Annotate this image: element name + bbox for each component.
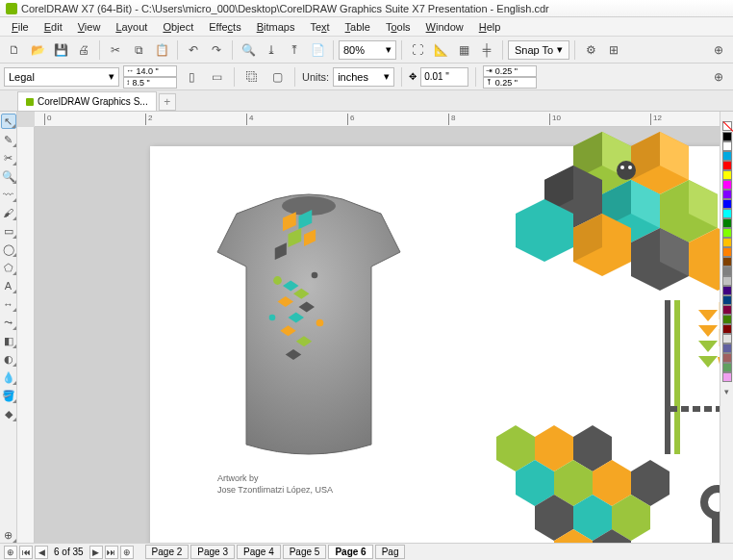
show-rulers-button[interactable]: 📐	[430, 39, 451, 61]
color-swatch[interactable]	[722, 276, 732, 286]
import-button[interactable]: ⤓	[261, 39, 282, 61]
menu-help[interactable]: Help	[471, 19, 509, 35]
no-color-swatch[interactable]	[722, 121, 732, 131]
parallel-dimension-tool[interactable]: ↔	[1, 296, 16, 312]
add-document-tab-button[interactable]: +	[159, 93, 176, 111]
color-swatch[interactable]	[722, 353, 732, 363]
polygon-tool[interactable]: ⬠	[1, 260, 16, 275]
copy-button[interactable]: ⧉	[128, 39, 149, 61]
color-swatch[interactable]	[722, 324, 732, 334]
color-swatch[interactable]	[722, 132, 732, 141]
color-swatch[interactable]	[722, 199, 732, 209]
color-swatch[interactable]	[722, 257, 732, 267]
page-tab[interactable]: Pag	[375, 545, 406, 559]
color-swatch[interactable]	[722, 218, 732, 228]
vertical-ruler[interactable]	[17, 127, 35, 543]
color-swatch[interactable]	[722, 190, 732, 199]
cut-button[interactable]: ✂	[105, 39, 126, 61]
page-width-input[interactable]: ↔ 14.0 "	[123, 65, 177, 77]
document-tab[interactable]: CorelDRAW Graphics S...	[17, 91, 157, 111]
ellipse-tool[interactable]: ◯	[1, 242, 16, 257]
duplicate-y-input[interactable]: ⤒ 0.25 "	[483, 77, 537, 89]
page-tab[interactable]: Page 4	[237, 545, 281, 559]
portrait-button[interactable]: ▯	[181, 66, 202, 88]
palette-scroll-down[interactable]: ▾	[724, 387, 729, 396]
freehand-tool[interactable]: 〰	[1, 187, 16, 202]
zoom-tool[interactable]: 🔍	[1, 168, 16, 184]
color-swatch[interactable]	[722, 238, 732, 247]
color-swatch[interactable]	[722, 209, 732, 218]
app-launcher-button[interactable]: ⊞	[603, 39, 624, 61]
paste-button[interactable]: 📋	[151, 39, 172, 61]
add-page-button[interactable]: ⊕	[4, 546, 17, 559]
drawing-canvas[interactable]: IS MY WAY	[35, 127, 720, 543]
color-swatch[interactable]	[722, 295, 732, 305]
publish-pdf-button[interactable]: 📄	[307, 39, 328, 61]
options-button[interactable]: ⚙	[580, 39, 601, 61]
color-swatch[interactable]	[722, 344, 732, 353]
menu-layout[interactable]: Layout	[108, 19, 155, 35]
menu-file[interactable]: File	[4, 19, 37, 35]
propbar-overflow-button[interactable]: ⊕	[708, 66, 729, 88]
text-tool[interactable]: A	[1, 278, 16, 293]
rectangle-tool[interactable]: ▭	[1, 223, 16, 239]
page-tab[interactable]: Page 3	[190, 545, 235, 559]
quick-customize-button[interactable]: ⊕	[1, 527, 16, 543]
open-button[interactable]: 📂	[27, 39, 48, 61]
toolbar-overflow-button[interactable]: ⊕	[708, 39, 729, 61]
smart-fill-tool[interactable]: ◆	[1, 406, 16, 421]
transparency-tool[interactable]: ◐	[1, 351, 16, 367]
page-preset-combo[interactable]: Legal▾	[4, 67, 119, 87]
horizontal-ruler[interactable]: 0 2 4 6 8 10 12	[35, 112, 720, 127]
last-page-button[interactable]: ⏭	[105, 546, 118, 559]
crop-tool[interactable]: ✂	[1, 150, 16, 165]
page-tab[interactable]: Page 5	[283, 545, 327, 559]
new-button[interactable]: 🗋	[4, 39, 25, 61]
color-swatch[interactable]	[722, 315, 732, 324]
duplicate-x-input[interactable]: ⇥ 0.25 "	[483, 65, 537, 77]
menu-view[interactable]: View	[70, 19, 109, 35]
menu-table[interactable]: Table	[338, 19, 378, 35]
menu-tools[interactable]: Tools	[378, 19, 418, 35]
menu-bitmaps[interactable]: Bitmaps	[249, 19, 303, 35]
page-tab[interactable]: Page 2	[145, 545, 190, 559]
units-combo[interactable]: inches▾	[333, 67, 394, 87]
snap-to-dropdown[interactable]: Snap To▾	[508, 40, 569, 60]
search-content-button[interactable]: 🔍	[238, 39, 259, 61]
undo-button[interactable]: ↶	[183, 39, 204, 61]
page-tab-active[interactable]: Page 6	[328, 545, 372, 559]
add-page-after-button[interactable]: ⊕	[120, 546, 134, 559]
color-swatch[interactable]	[722, 151, 732, 161]
color-swatch[interactable]	[722, 372, 732, 382]
color-swatch[interactable]	[722, 141, 732, 151]
current-page-button[interactable]: ▢	[266, 66, 288, 88]
connector-tool[interactable]: ⤳	[1, 315, 16, 330]
color-swatch[interactable]	[722, 161, 732, 170]
nudge-distance-input[interactable]: 0.01 "	[420, 67, 468, 87]
prev-page-button[interactable]: ◀	[35, 546, 48, 559]
page[interactable]: IS MY WAY	[150, 146, 720, 543]
menu-edit[interactable]: Edit	[37, 19, 70, 35]
pick-tool[interactable]: ↖	[1, 114, 16, 129]
color-swatch[interactable]	[722, 334, 732, 344]
color-swatch[interactable]	[722, 228, 732, 238]
color-swatch[interactable]	[722, 170, 732, 180]
color-swatch[interactable]	[722, 305, 732, 315]
all-pages-button[interactable]: ⿻	[241, 66, 263, 88]
color-swatch[interactable]	[722, 267, 732, 276]
color-swatch[interactable]	[722, 247, 732, 257]
landscape-button[interactable]: ▭	[206, 66, 227, 88]
color-eyedropper-tool[interactable]: 💧	[1, 369, 16, 385]
menu-text[interactable]: Text	[302, 19, 337, 35]
export-button[interactable]: ⤒	[284, 39, 305, 61]
redo-button[interactable]: ↷	[206, 39, 227, 61]
zoom-combo[interactable]: 80%▾	[339, 40, 396, 60]
menu-object[interactable]: Object	[155, 19, 201, 35]
menu-window[interactable]: Window	[418, 19, 471, 35]
save-button[interactable]: 💾	[50, 39, 71, 61]
color-swatch[interactable]	[722, 286, 732, 295]
page-height-input[interactable]: ↕ 8.5 "	[123, 77, 177, 89]
interactive-fill-tool[interactable]: 🪣	[1, 388, 16, 403]
menu-effects[interactable]: Effects	[201, 19, 248, 35]
show-guidelines-button[interactable]: ╪	[476, 39, 497, 61]
